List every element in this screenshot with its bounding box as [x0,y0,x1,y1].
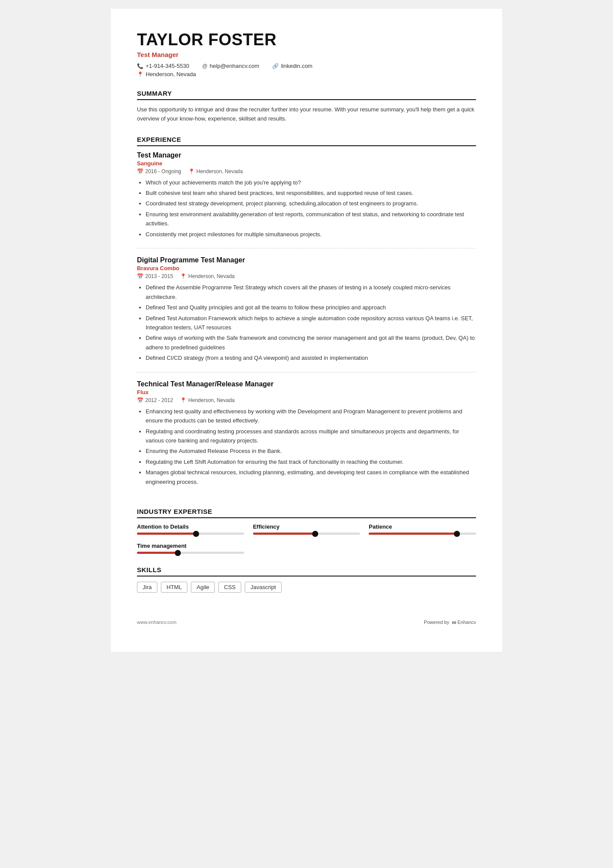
skill-label: Time management [137,543,244,549]
bullet-item: Defined CI/CD strategy (from a testing a… [146,353,476,362]
skill-tag: HTML [161,582,187,593]
calendar-icon: 📅 [137,168,143,174]
email-icon: @ [202,63,207,69]
experience-title: EXPERIENCE [137,136,476,146]
exp-company: Bravura Combo [137,265,476,271]
location-icon: 📍 [180,273,187,279]
skill-dot [175,550,181,556]
skill-fill [369,533,456,535]
powered-by-text: Powered by [424,620,449,625]
bullet-item: Coordinated test strategy development, p… [146,199,476,208]
phone-contact: 📞 +1-914-345-5530 [137,63,189,69]
exp-location: 📍 Henderson, Nevada [188,168,243,174]
linkedin-icon: 🔗 [272,63,279,69]
skill-tag: Jira [137,582,157,593]
bullet-item: Regulating the Left Shift Automation for… [146,457,476,466]
skill-fill [137,552,178,554]
exp-meta: 📅 2016 - Ongoing 📍 Henderson, Nevada [137,168,476,174]
exp-job-title: Technical Test Manager/Release Manager [137,380,476,388]
bullet-item: Ensuring test environment availability,g… [146,210,476,228]
contact-row: 📞 +1-914-345-5530 @ help@enhancv.com 🔗 l… [137,63,476,69]
location-icon: 📍 [137,71,143,77]
calendar-icon: 📅 [137,397,143,403]
expertise-item: Attention to Details [137,523,244,535]
linkedin-contact: 🔗 linkedin.com [272,63,312,69]
exp-company: Sanguine [137,160,476,167]
expertise-grid: Attention to Details Efficiency Patience… [137,523,476,554]
exp-period: 📅 2016 - Ongoing [137,168,181,174]
skill-dot [193,531,199,537]
expertise-item: Patience [369,523,476,535]
footer-brand: Powered by ∞ Enhancv [424,619,476,626]
email-contact: @ help@enhancv.com [202,63,259,69]
exp-period: 📅 2013 - 2015 [137,273,173,279]
exp-entry: Technical Test Manager/Release Manager F… [137,380,476,496]
skill-label: Efficiency [253,523,360,530]
location-icon: 📍 [180,397,187,403]
skill-dot [454,531,460,537]
summary-section: SUMMARY Use this opportunity to intrigue… [137,90,476,124]
exp-bullets: Defined the Assemble Programme Test Stra… [137,283,476,363]
skill-tag: Agile [191,582,215,593]
summary-text: Use this opportunity to intrigue and dra… [137,105,476,124]
bullet-item: Define ways of working with the Safe fra… [146,333,476,352]
skill-label: Patience [369,523,476,530]
email-address: help@enhancv.com [210,63,259,69]
location-row: 📍 Henderson, Nevada [137,71,476,77]
phone-number: +1-914-345-5530 [146,63,189,69]
resume-page: TAYLOR FOSTER Test Manager 📞 +1-914-345-… [111,9,502,652]
bullet-item: Defined the Assemble Programme Test Stra… [146,283,476,302]
skills-section: SKILLS JiraHTMLAgileCSSJavascript [137,566,476,593]
exp-entry: Test Manager Sanguine 📅 2016 - Ongoing 📍… [137,151,476,249]
phone-icon: 📞 [137,63,143,69]
skill-dot [312,531,318,537]
location-icon: 📍 [188,168,195,174]
exp-location: 📍 Henderson, Nevada [180,273,235,279]
expertise-section: INDUSTRY EXPERTISE Attention to Details … [137,508,476,554]
expertise-item: Time management [137,543,244,554]
bullet-item: Built cohesive test team who shared best… [146,188,476,198]
exp-entry: Digital Programme Test Manager Bravura C… [137,256,476,372]
header: TAYLOR FOSTER Test Manager 📞 +1-914-345-… [137,30,476,77]
exp-bullets: Enhancing test quality and effectiveness… [137,407,476,487]
skill-tag: Javascript [245,582,282,593]
skill-fill [137,533,196,535]
exp-meta: 📅 2012 - 2012 📍 Henderson, Nevada [137,397,476,403]
job-title: Test Manager [137,51,476,58]
skill-track [137,552,244,554]
summary-title: SUMMARY [137,90,476,100]
skill-track [253,533,360,535]
exp-job-title: Digital Programme Test Manager [137,256,476,264]
expertise-item: Efficiency [253,523,360,535]
location-text: Henderson, Nevada [146,71,196,77]
bullet-item: Enhancing test quality and effectiveness… [146,407,476,426]
logo-icon: ∞ [452,619,456,626]
exp-bullets: Which of your achievements match the job… [137,178,476,239]
bullet-item: Manages global technical resources, incl… [146,468,476,486]
exp-meta: 📅 2013 - 2015 📍 Henderson, Nevada [137,273,476,279]
brand-name: Enhancv [457,620,476,625]
exp-location: 📍 Henderson, Nevada [180,397,235,403]
bullet-item: Defined Test Automation Framework which … [146,314,476,332]
enhancv-logo: ∞ Enhancv [452,619,476,626]
skill-label: Attention to Details [137,523,244,530]
expertise-title: INDUSTRY EXPERTISE [137,508,476,518]
bullet-item: Consistently met project milestones for … [146,230,476,239]
experience-entries: Test Manager Sanguine 📅 2016 - Ongoing 📍… [137,151,476,496]
exp-job-title: Test Manager [137,151,476,159]
exp-period: 📅 2012 - 2012 [137,397,173,403]
skill-track [369,533,476,535]
experience-section: EXPERIENCE Test Manager Sanguine 📅 2016 … [137,136,476,496]
bullet-item: Defined Test and Quality principles and … [146,303,476,312]
footer: www.enhancv.com Powered by ∞ Enhancv [137,619,476,626]
candidate-name: TAYLOR FOSTER [137,30,476,49]
bullet-item: Ensuring the Automated Release Process i… [146,446,476,456]
exp-company: Flux [137,389,476,395]
skills-tags: JiraHTMLAgileCSSJavascript [137,582,476,593]
footer-website: www.enhancv.com [137,620,177,625]
bullet-item: Regulating and coordinating testing proc… [146,427,476,446]
linkedin-url: linkedin.com [281,63,312,69]
skill-fill [253,533,315,535]
calendar-icon: 📅 [137,273,143,279]
skill-tag: CSS [218,582,241,593]
